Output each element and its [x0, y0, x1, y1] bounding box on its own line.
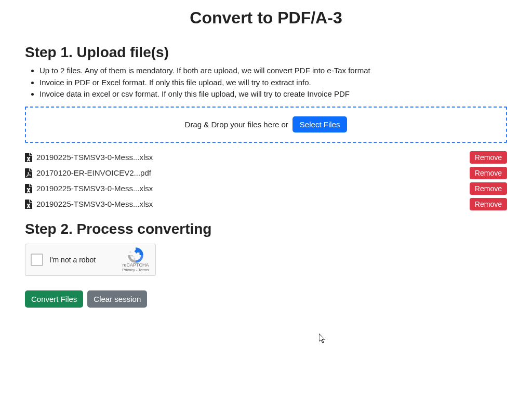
- recaptcha-links[interactable]: Privacy - Terms: [120, 268, 151, 272]
- step2-heading: Step 2. Process converting: [25, 221, 507, 237]
- dropzone-text: Drag & Drop your files here or: [185, 120, 288, 129]
- file-name: 20190225-TSMSV3-0-Mess...xlsx: [36, 200, 153, 208]
- recaptcha-widget: I'm not a robot reCAPTCHA Privacy - Term…: [25, 244, 156, 276]
- file-pdf-icon: [25, 168, 32, 178]
- recaptcha-checkbox[interactable]: [31, 254, 43, 266]
- clear-session-button[interactable]: Clear session: [87, 290, 147, 308]
- cursor-icon: [319, 334, 326, 346]
- instructions-list: Up to 2 files. Any of them is mendatory.…: [39, 65, 507, 100]
- file-name: 20190225-TSMSV3-0-Mess...xlsx: [36, 153, 153, 162]
- instruction-item: Invoice in PDF or Excel format. If only …: [39, 77, 507, 89]
- remove-button[interactable]: Remove: [470, 167, 507, 179]
- page-title: Convert to PDF/A-3: [0, 8, 532, 28]
- file-name: 20190225-TSMSV3-0-Mess...xlsx: [36, 184, 153, 193]
- step1-heading: Step 1. Upload file(s): [25, 44, 507, 61]
- file-excel-icon: [25, 200, 32, 209]
- recaptcha-icon: [128, 247, 143, 263]
- instruction-item: Invoice data in excel or csv format. If …: [39, 88, 507, 100]
- file-excel-icon: [25, 153, 32, 162]
- dropzone[interactable]: Drag & Drop your files here or Select Fi…: [25, 107, 507, 143]
- file-row: 20190225-TSMSV3-0-Mess...xlsx Remove: [25, 181, 507, 196]
- remove-button[interactable]: Remove: [470, 198, 507, 210]
- select-files-button[interactable]: Select Files: [292, 116, 348, 132]
- remove-button[interactable]: Remove: [470, 182, 507, 195]
- file-excel-icon: [25, 184, 32, 193]
- file-row: 20170120-ER-EINVOICEV2...pdf Remove: [25, 166, 507, 180]
- file-row: 20190225-TSMSV3-0-Mess...xlsx Remove: [25, 197, 507, 211]
- recaptcha-label: I'm not a robot: [49, 256, 96, 264]
- instruction-item: Up to 2 files. Any of them is mendatory.…: [39, 65, 507, 77]
- convert-files-button[interactable]: Convert Files: [25, 290, 83, 308]
- recaptcha-brand: reCAPTCHA: [120, 263, 151, 268]
- file-row: 20190225-TSMSV3-0-Mess...xlsx Remove: [25, 150, 507, 165]
- remove-button[interactable]: Remove: [470, 151, 507, 164]
- file-name: 20170120-ER-EINVOICEV2...pdf: [36, 168, 151, 177]
